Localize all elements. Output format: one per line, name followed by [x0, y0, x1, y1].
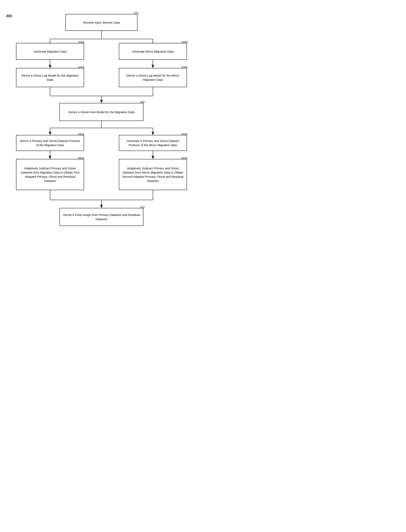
box-460a: Adaptively Subtract Primary and Ghost Da… [16, 159, 84, 190]
label-460b: 460b [181, 156, 188, 160]
svg-marker-20 [49, 132, 51, 135]
box-460b: Adaptively Subtract Primary and Ghost Da… [119, 159, 187, 190]
box-450b: Generate a Primary and Ghost Dataset Por… [119, 135, 187, 151]
label-420b: 420b [181, 40, 188, 43]
box-470: Derive a Final Image from Primary Datase… [59, 208, 144, 226]
svg-marker-33 [100, 205, 103, 208]
svg-marker-25 [49, 156, 51, 159]
flowchart: 400 Receive Input Seismic Data 410 Gener… [4, 4, 199, 262]
label-430b: 430b [181, 66, 188, 69]
box-450a: Derive a Primary and Ghost Dataset Porti… [16, 135, 84, 151]
svg-marker-16 [100, 100, 103, 103]
label-470: 470 [140, 206, 145, 209]
box-430b: Derive a Ghost Lag Model for the Mirror … [119, 68, 187, 87]
figure-label: 400 [6, 14, 12, 18]
label-410: 410 [134, 11, 138, 14]
svg-marker-27 [152, 156, 154, 159]
box-430a: Derive a Ghost Lag Model for the Migrati… [16, 68, 84, 87]
svg-marker-8 [49, 65, 51, 68]
label-450a: 450a [78, 133, 84, 136]
svg-marker-23 [152, 132, 154, 135]
box-420a: Generate Migration Data [16, 43, 84, 60]
label-420a: 420a [78, 40, 84, 43]
svg-marker-10 [152, 65, 154, 68]
box-410: Receive Input Seismic Data [65, 14, 138, 31]
box-420b: Generate Mirror Migration Data [119, 43, 187, 60]
label-460a: 460a [78, 156, 84, 160]
box-440: Derive a Ghost-Free Model for the Migrat… [59, 103, 144, 121]
label-440: 440 [140, 100, 145, 104]
label-430a: 430a [78, 66, 84, 69]
label-450b: 450b [181, 133, 188, 136]
